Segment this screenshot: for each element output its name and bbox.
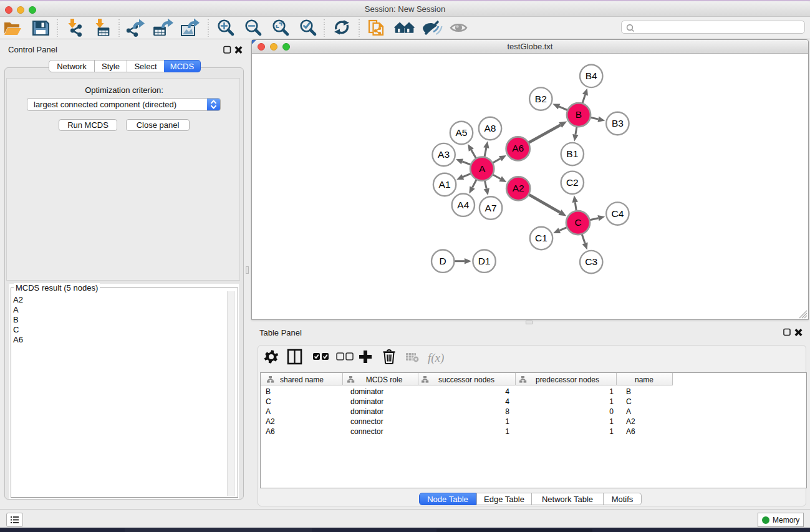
svg-text:successor nodes: successor nodes <box>438 375 494 384</box>
svg-text:A4: A4 <box>457 200 469 210</box>
svg-text:B3: B3 <box>612 118 624 128</box>
svg-text:connector: connector <box>350 427 383 436</box>
svg-text:dominator: dominator <box>350 397 383 406</box>
svg-text:A3: A3 <box>438 149 450 160</box>
svg-text:1: 1 <box>505 417 509 426</box>
svg-text:A2: A2 <box>626 417 635 426</box>
svg-text:1: 1 <box>609 397 614 406</box>
svg-text:A: A <box>266 407 271 416</box>
svg-text:B2: B2 <box>535 94 547 104</box>
svg-text:C4: C4 <box>611 208 624 219</box>
svg-text:A1: A1 <box>439 179 451 190</box>
svg-text:1: 1 <box>505 427 509 436</box>
svg-text:f(x): f(x) <box>428 351 444 365</box>
svg-text:0: 0 <box>609 407 614 416</box>
svg-text:D1: D1 <box>478 256 491 266</box>
svg-text:connector: connector <box>350 417 383 426</box>
svg-text:name: name <box>635 375 653 384</box>
svg-text:dominator: dominator <box>350 407 383 416</box>
svg-text:1: 1 <box>609 417 614 426</box>
svg-text:A2: A2 <box>266 417 275 426</box>
svg-text:A6: A6 <box>626 427 635 436</box>
svg-text:A8: A8 <box>485 123 496 133</box>
svg-text:B: B <box>576 109 582 120</box>
svg-text:dominator: dominator <box>350 387 383 396</box>
svg-text:1: 1 <box>609 387 614 396</box>
svg-text:B: B <box>626 387 631 396</box>
svg-text:A: A <box>479 163 486 174</box>
svg-text:A7: A7 <box>485 203 497 213</box>
svg-text:B4: B4 <box>586 70 597 81</box>
svg-text:C2: C2 <box>566 177 579 188</box>
svg-text:4: 4 <box>505 387 509 396</box>
svg-text:A5: A5 <box>456 127 468 138</box>
svg-text:C: C <box>574 217 581 228</box>
svg-text:C1: C1 <box>535 233 547 243</box>
svg-text:A: A <box>626 407 631 416</box>
svg-text:shared name: shared name <box>280 375 324 384</box>
svg-text:D: D <box>440 256 446 266</box>
svg-text:8: 8 <box>505 407 509 416</box>
svg-text:A2: A2 <box>513 183 524 193</box>
svg-text:B: B <box>266 387 271 396</box>
svg-text:C3: C3 <box>585 256 597 267</box>
svg-text:C: C <box>266 397 271 406</box>
svg-text:predecessor nodes: predecessor nodes <box>536 375 599 384</box>
svg-text:MCDS role: MCDS role <box>366 375 403 384</box>
svg-text:A6: A6 <box>266 427 275 436</box>
svg-text:A6: A6 <box>512 143 524 153</box>
svg-text:C: C <box>626 397 632 406</box>
svg-text:1: 1 <box>609 427 614 436</box>
svg-text:B1: B1 <box>566 148 578 159</box>
svg-text:4: 4 <box>505 397 509 406</box>
